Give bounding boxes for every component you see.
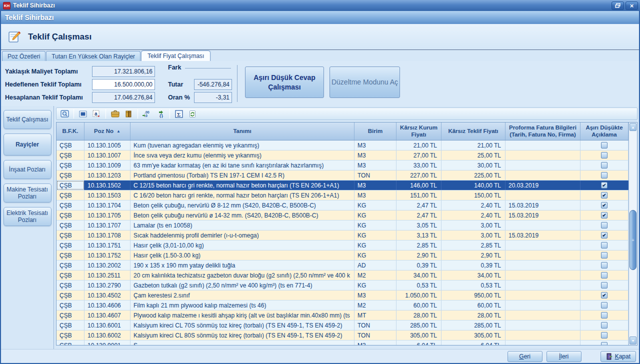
decimal-places-icon: .00 .0 (142, 110, 152, 118)
table-row[interactable]: ÇŞB10.130.1708Sıcak haddelenmiş profil d… (56, 230, 628, 240)
aciklama-checkbox[interactable] (601, 332, 608, 338)
aciklama-checkbox[interactable] (601, 222, 608, 228)
svg-text:{}: {} (160, 114, 164, 118)
table-cell: ✔ (580, 190, 628, 200)
select-text-button[interactable]: a + (90, 108, 102, 119)
table-row[interactable]: ÇŞB10.130.4502Çam kerestesi 2.sınıfM31.0… (56, 290, 628, 300)
table-row[interactable]: ÇŞB10.130.9001SM36,04 TL6,04 TL (56, 340, 628, 345)
table-row[interactable]: ÇŞB10.130.2002190 x 135 x 190 mm yatay d… (56, 260, 628, 270)
table-row[interactable]: ÇŞB10.130.4607Plywood kalıp malzeme ı ke… (56, 310, 628, 320)
tab-2[interactable]: Tutarı En Yüksek Olan Rayiçler (46, 51, 140, 61)
formula-button[interactable]: {} (154, 108, 166, 119)
refresh-icon (188, 110, 196, 118)
table-cell: ÇŞB (56, 280, 84, 290)
table-row[interactable]: ÇŞB10.130.4606Film kaplı 21 mm plywood k… (56, 300, 628, 310)
column-header-8[interactable]: Aşırı Düşükte Açıklama (580, 122, 628, 140)
table-row[interactable]: ÇŞB10.130.251120 cm kalınlıkta techizats… (56, 270, 628, 280)
briefcase-button[interactable] (109, 108, 121, 119)
table-row[interactable]: ÇŞB10.130.1005Kum (tuvenan agregadan ele… (56, 140, 628, 150)
scrollbar-thumb[interactable]: ≡ (630, 210, 636, 270)
table-cell: 10.130.6001 (84, 320, 130, 330)
table-row[interactable]: ÇŞB10.130.1007İnce sıva veya derz kumu (… (56, 150, 628, 160)
table-cell (506, 260, 580, 270)
sidebar-item-2[interactable]: Rayiçler (4, 134, 52, 156)
aciklama-checkbox[interactable] (601, 302, 608, 308)
table-row[interactable]: ÇŞB10.130.1705Beton çelik çubuğu nervürl… (56, 210, 628, 220)
window-view-button[interactable] (77, 108, 89, 119)
geri-button[interactable]: Geri (508, 351, 542, 362)
table-row[interactable]: ÇŞB10.130.1203Portland çimentosu (Torbal… (56, 170, 628, 180)
refresh-button[interactable] (186, 108, 198, 119)
table-cell: 3,05 TL (396, 220, 442, 230)
column-header-1[interactable]: B.F.K. (56, 122, 84, 140)
sidebar-item-5[interactable]: Elektrik Tesisatı Pozları (4, 207, 52, 226)
aciklama-checkbox[interactable] (601, 322, 608, 328)
aciklama-checkbox[interactable]: ✔ (601, 182, 608, 188)
table-row[interactable]: ÇŞB10.130.2790Gazbeton tutkalı (g2 sınıf… (56, 280, 628, 290)
table-cell: ✔ (580, 200, 628, 210)
table-cell: 10.130.4502 (84, 290, 130, 300)
sidebar-item-1[interactable]: Teklif Çalışması (4, 110, 52, 129)
aciklama-checkbox[interactable]: ✔ (601, 202, 608, 208)
table-row[interactable]: ÇŞB10.130.1707Lamalar (ts en 10058)KG3,0… (56, 220, 628, 230)
asiri-dusuk-cevap-button[interactable]: Aşırı Düşük Cevap Çalışması (245, 66, 324, 98)
table-row[interactable]: ÇŞB10.130.6002Kalsiyum kireci CL 80S sön… (56, 330, 628, 340)
table-cell: 0,53 TL (442, 280, 506, 290)
main-area: Teklif ÇalışmasıRayiçlerİnşaat PozlarıMa… (1, 106, 639, 349)
decimal-places-button[interactable]: .00 .0 (141, 108, 153, 119)
column-header-3[interactable]: Tanımı (130, 122, 354, 140)
scroll-up-button[interactable]: ▲ (630, 123, 636, 131)
table-row[interactable]: ÇŞB10.130.1503C 16/20 beton harcı gri re… (56, 190, 628, 200)
hedeflenen-teklif-input[interactable] (92, 79, 155, 90)
sum-button[interactable]: Σ (173, 108, 185, 119)
column-header-2[interactable]: Poz No▲ (84, 122, 130, 140)
close-button[interactable]: × (626, 2, 638, 10)
column-header-5[interactable]: Kârsız Kurum Fiyatı (396, 122, 442, 140)
aciklama-checkbox[interactable] (601, 312, 608, 318)
aciklama-checkbox[interactable] (601, 252, 608, 258)
table-cell: 950,00 TL (442, 290, 506, 300)
sidebar-item-3[interactable]: İnşaat Pozları (4, 160, 52, 179)
kapat-button[interactable]: Kapat (600, 351, 636, 362)
aciklama-checkbox[interactable] (601, 242, 608, 248)
sidebar-item-4[interactable]: Makine Tesisatı Pozları (4, 184, 52, 202)
aciklama-checkbox[interactable]: ✔ (601, 192, 608, 198)
table-row[interactable]: ÇŞB10.130.1751Hasır çelik (3,01-10,00 kg… (56, 240, 628, 250)
table-cell: 10.130.1502 (84, 180, 130, 190)
aciklama-checkbox[interactable] (601, 262, 608, 268)
aciklama-checkbox[interactable] (601, 172, 608, 178)
column-header-4[interactable]: Birim (354, 122, 396, 140)
aciklama-checkbox[interactable]: ✔ (601, 292, 608, 298)
aciklama-checkbox[interactable] (601, 152, 608, 158)
ileri-button[interactable]: İleri (546, 351, 582, 362)
aciklama-checkbox[interactable] (601, 272, 608, 278)
restore-button[interactable] (612, 2, 624, 10)
vertical-scrollbar[interactable]: ▲ ≡ ▼ (628, 122, 637, 345)
tab-3[interactable]: Teklif Fiyat Çalışması (141, 50, 210, 61)
table-cell (506, 220, 580, 230)
aciklama-checkbox[interactable]: ✔ (601, 232, 608, 238)
aciklama-checkbox[interactable] (601, 342, 608, 345)
books-button[interactable] (122, 108, 134, 119)
table-cell: 20 cm kalınlıkta techizatsız gazbeton du… (130, 270, 354, 280)
column-header-6[interactable]: Kârsız Teklif Fiyatı (442, 122, 506, 140)
aciklama-checkbox[interactable] (601, 142, 608, 148)
table-cell: 10.130.1752 (84, 250, 130, 260)
table-cell: 60,00 TL (442, 300, 506, 310)
column-header-7[interactable]: Proforma Fatura Bilgileri (Tarih, Fatura… (506, 122, 580, 140)
preview-button[interactable] (58, 108, 70, 119)
scroll-down-button[interactable]: ▼ (630, 336, 636, 344)
table-row[interactable]: ÇŞB10.130.1502C 12/15 beton harcı gri re… (56, 180, 628, 190)
aciklama-checkbox[interactable] (601, 282, 608, 288)
tab-1[interactable]: Poz Özetleri (2, 51, 46, 61)
duzeltme-modunu-ac-button[interactable]: Düzeltme Modunu Aç (330, 66, 400, 98)
aciklama-checkbox[interactable]: ✔ (601, 212, 608, 218)
hesaplanan-teklif-label: Hesaplanan Teklif Toplamı (5, 94, 92, 101)
table-cell (580, 330, 628, 340)
aciklama-checkbox[interactable] (601, 162, 608, 168)
table-row[interactable]: ÇŞB10.130.1704Beton çelik çubuğu, nervür… (56, 200, 628, 210)
table-row[interactable]: ÇŞB10.130.6001Kalsiyum kireci CL 70S sön… (56, 320, 628, 330)
table-row[interactable]: ÇŞB10.130.1752Hasır çelik (1.50-3.00 kg)… (56, 250, 628, 260)
table-row[interactable]: ÇŞB10.130.100963 mm'ye kadar kırmataş (e… (56, 160, 628, 170)
table-cell: 225,00 TL (442, 170, 506, 180)
